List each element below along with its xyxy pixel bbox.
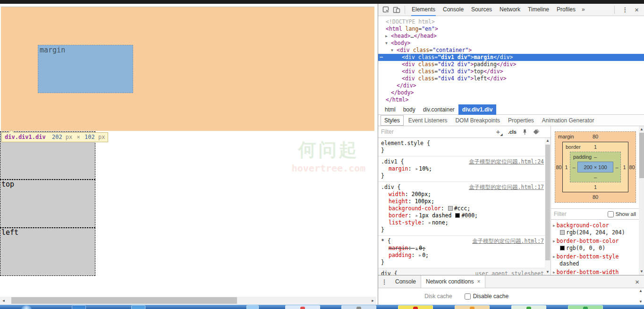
computed-property-border-bottom-color[interactable]: ▶border-bottom-colorrgb(0, 0, 0): [551, 237, 639, 252]
horizontal-scrollbar-thumb[interactable]: [11, 297, 237, 304]
metrics-scrollbar-thumb[interactable]: [639, 133, 644, 178]
styles-scrollbar[interactable]: ▲ ▼: [545, 138, 551, 275]
taskbar-item[interactable]: [246, 305, 259, 309]
breadcrumb-item-div-container[interactable]: div.container: [419, 104, 458, 115]
expand-icon[interactable]: ▶: [553, 239, 555, 243]
computed-filter-input[interactable]: [554, 211, 608, 217]
taskbar-item[interactable]: [341, 305, 376, 309]
devtools-tab-timeline[interactable]: Timeline: [524, 4, 553, 16]
border-right-value[interactable]: 1: [621, 152, 628, 182]
color-swatch[interactable]: [560, 246, 565, 250]
sidebar-tab-animation-generator[interactable]: Animation Generator: [539, 116, 598, 125]
sidebar-tab-dom-breakpoints[interactable]: DOM Breakpoints: [452, 116, 503, 125]
style-property-background-color[interactable]: background-color: #ccc;: [381, 205, 544, 212]
property-expand-icon[interactable]: ▶: [419, 253, 421, 258]
computed-property-background-color[interactable]: ▶background-colorrgb(204, 204, 204): [551, 221, 639, 237]
style-property-height[interactable]: height: 100px;: [381, 198, 544, 205]
element-state-icon[interactable]: [533, 129, 540, 135]
dom-tree-row[interactable]: ▼<div class="container">: [378, 47, 644, 54]
scroll-right-icon[interactable]: ▸: [369, 297, 376, 304]
inspect-element-icon[interactable]: [381, 5, 391, 15]
scroll-left-icon[interactable]: ◂: [0, 297, 7, 304]
drawer-tab-network-conditions[interactable]: Network conditions×: [421, 275, 485, 288]
disable-cache-toggle[interactable]: Disable cache: [465, 293, 508, 300]
devtools-menu-icon[interactable]: ⋮: [618, 6, 632, 13]
box-model-content[interactable]: 200 × 100: [577, 162, 613, 172]
devtools-tab-sources[interactable]: Sources: [467, 4, 496, 16]
drawer-menu-icon[interactable]: ⋮: [378, 278, 390, 285]
devtools-close-icon[interactable]: ×: [632, 6, 641, 14]
sidebar-tab-event-listeners[interactable]: Event Listeners: [405, 116, 451, 125]
scroll-down-icon[interactable]: ▼: [638, 300, 644, 304]
scroll-down-icon[interactable]: ▼: [545, 269, 551, 275]
disable-cache-checkbox[interactable]: [465, 293, 471, 300]
computed-property-border-bottom-width[interactable]: ▶border-bottom-width: [551, 268, 639, 275]
taskbar-item[interactable]: [285, 305, 320, 309]
dom-tree-row[interactable]: </body>: [378, 89, 644, 96]
border-top-value[interactable]: 1: [594, 144, 597, 150]
breadcrumb-item-div-div1-div[interactable]: div.div1.div: [458, 104, 496, 115]
devtools-tabs-overflow-icon[interactable]: »: [579, 4, 587, 16]
dom-tree-row[interactable]: </div>: [378, 82, 644, 89]
dom-tree-row[interactable]: ▼<body>: [378, 40, 644, 47]
style-property-list-style[interactable]: list-style: ▶none;: [381, 219, 544, 226]
devtools-tab-console[interactable]: Console: [439, 4, 467, 16]
property-expand-icon[interactable]: ▶: [415, 214, 418, 218]
tab-close-icon[interactable]: ×: [477, 275, 480, 288]
border-bottom-value[interactable]: 1: [594, 184, 597, 190]
show-all-toggle[interactable]: Show all: [608, 211, 636, 217]
dom-tree-row[interactable]: <div class="div4 div">left</div>: [378, 75, 644, 82]
margin-right-value[interactable]: 80: [628, 142, 636, 192]
rule-selector-line[interactable]: user agent stylesheetdiv {: [381, 270, 544, 275]
style-property-margin[interactable]: margin: ▶10%;: [381, 165, 544, 172]
breadcrumb-item-html[interactable]: html: [381, 104, 399, 115]
breadcrumb-item-body[interactable]: body: [399, 104, 419, 115]
padding-left-value[interactable]: –: [570, 162, 577, 172]
toggle-class-button[interactable]: .cls: [508, 129, 517, 135]
border-left-value[interactable]: 1: [563, 152, 570, 182]
devtools-tab-network[interactable]: Network: [496, 4, 524, 16]
dom-tree-row[interactable]: ⋯<div class="div1 div">margin</div>: [378, 54, 644, 61]
horizontal-scrollbar[interactable]: ◂ ▸: [0, 297, 376, 304]
color-swatch[interactable]: [560, 230, 565, 235]
dom-tree-row[interactable]: ▶<head>…</head>: [378, 33, 644, 40]
device-mode-icon[interactable]: [391, 5, 402, 15]
taskbar-item[interactable]: [131, 305, 145, 309]
box-model-margin[interactable]: margin80 80 border1 1 padding– –: [555, 131, 636, 203]
box-model-border[interactable]: border1 1 padding– – 200 × 100 –: [562, 142, 628, 192]
show-all-checkbox[interactable]: [608, 211, 614, 217]
dom-tree-row[interactable]: <div class="div3 div">top</div>: [378, 68, 644, 75]
devtools-tab-elements[interactable]: Elements: [408, 4, 439, 16]
style-property-width[interactable]: width: 200px;: [381, 191, 544, 198]
taskbar-item[interactable]: [72, 305, 86, 309]
padding-right-value[interactable]: –: [613, 162, 620, 172]
margin-top-value[interactable]: 80: [593, 134, 598, 139]
devtools-tab-profiles[interactable]: Profiles: [553, 4, 579, 16]
taskbar-item[interactable]: [568, 305, 603, 309]
sidebar-tab-properties[interactable]: Properties: [505, 116, 537, 125]
margin-left-value[interactable]: 80: [555, 142, 562, 192]
dom-tree-row[interactable]: <html lang="en">: [378, 26, 644, 33]
tree-expanded-icon[interactable]: ▼: [385, 40, 391, 47]
tree-collapsed-icon[interactable]: ▶: [385, 33, 391, 40]
style-property-margin[interactable]: margin: ▶0;: [381, 245, 544, 252]
drawer-close-icon[interactable]: ×: [630, 278, 644, 286]
stylesheet-source-link[interactable]: 盒子模型的定位问题.html:17: [469, 184, 544, 191]
taskbar-item[interactable]: [398, 305, 433, 309]
padding-bottom-value[interactable]: –: [594, 174, 597, 180]
rule-selector-line[interactable]: 盒子模型的定位问题.html:7* {: [381, 238, 544, 245]
dom-tree-row[interactable]: <!DOCTYPE html>: [378, 18, 644, 26]
rule-selector-line[interactable]: 盒子模型的定位问题.html:17.div {: [381, 184, 544, 191]
expand-icon[interactable]: ▶: [553, 223, 555, 228]
rule-selector-line[interactable]: element.style {: [381, 140, 544, 147]
style-property-border[interactable]: border: ▶1px dashed #000;: [381, 212, 544, 219]
box-model-padding[interactable]: padding– – 200 × 100 – –: [570, 152, 621, 182]
taskbar-item[interactable]: [511, 305, 546, 309]
color-swatch[interactable]: [455, 213, 460, 218]
style-property-padding[interactable]: padding: ▶0;: [381, 252, 544, 259]
metrics-scrollbar[interactable]: ▲ ▼: [639, 126, 644, 275]
property-expand-icon[interactable]: ▶: [415, 246, 418, 250]
property-expand-icon[interactable]: ▶: [429, 221, 431, 225]
dom-tree-row[interactable]: </html>: [378, 96, 644, 103]
drawer-tab-console[interactable]: Console: [390, 275, 421, 288]
